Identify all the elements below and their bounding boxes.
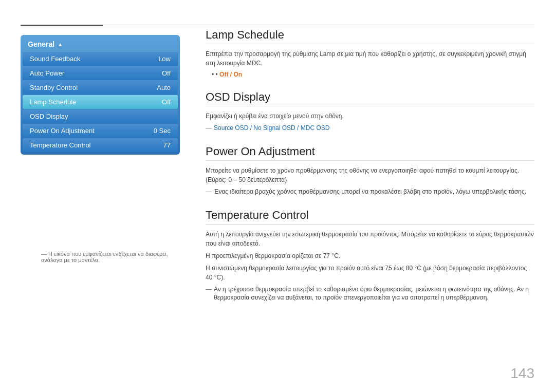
dash-item: —Source OSD / No Signal OSD / MDC OSD bbox=[206, 124, 534, 133]
menu-item[interactable]: Standby ControlAuto bbox=[23, 81, 178, 95]
menu-item-value: Auto bbox=[157, 84, 171, 91]
menu-item[interactable]: OSD Display bbox=[23, 109, 178, 123]
section-power-on-adjustment: Power On AdjustmentΜπορείτε να ρυθμίσετε… bbox=[206, 145, 534, 196]
menu-item-value: Low bbox=[158, 55, 171, 63]
menu-item-label: Lamp Schedule bbox=[30, 98, 76, 106]
menu-item[interactable]: Temperature Control77 bbox=[23, 138, 178, 152]
section-temperature-control: Temperature ControlΑυτή η λειτουργία ανι… bbox=[206, 209, 534, 303]
dash-symbol: — bbox=[206, 286, 212, 293]
menu-items-list: Sound FeedbackLowAuto PowerOffStandby Co… bbox=[21, 52, 180, 152]
section-paragraph: Η προεπιλεγμένη θερμοκρασία ορίζεται σε … bbox=[206, 251, 534, 260]
menu-item[interactable]: Sound FeedbackLow bbox=[23, 52, 178, 66]
section-paragraph: Επιτρέπει την προσαρμογή της ρύθμισης La… bbox=[206, 49, 534, 68]
menu-item-value: Off bbox=[162, 98, 171, 106]
menu-item-label: Auto Power bbox=[30, 69, 64, 77]
menu-item-label: Standby Control bbox=[30, 84, 78, 91]
section-paragraph: Αυτή η λειτουργία ανιχνεύει την εσωτερικ… bbox=[206, 230, 534, 248]
menu-header-label: General bbox=[28, 40, 54, 48]
menu-item-value: 77 bbox=[163, 141, 171, 149]
right-content: Lamp ScheduleΕπιτρέπει την προσαρμογή τη… bbox=[206, 28, 534, 314]
menu-item-value: Off bbox=[162, 69, 171, 77]
page-number: 143 bbox=[510, 365, 534, 382]
bullet-item: • Off / On bbox=[212, 71, 534, 78]
dash-text: Source OSD / No Signal OSD / MDC OSD bbox=[214, 124, 329, 133]
dash-text: Αν η τρέχουσα θερμοκρασία υπερβεί το καθ… bbox=[214, 285, 534, 303]
menu-item-label: OSD Display bbox=[30, 113, 68, 120]
menu-item-value: 0 Sec bbox=[154, 127, 171, 135]
section-paragraph: Η συνιστώμενη θερμοκρασία λειτουργίας γι… bbox=[206, 264, 534, 282]
section-lamp-schedule: Lamp ScheduleΕπιτρέπει την προσαρμογή τη… bbox=[206, 28, 534, 78]
section-osd-display: OSD DisplayΕμφανίζει ή κρύβει ένα στοιχε… bbox=[206, 90, 534, 133]
section-paragraph: Μπορείτε να ρυθμίσετε το χρόνο προθέρμαν… bbox=[206, 166, 534, 184]
dash-item: —Αν η τρέχουσα θερμοκρασία υπερβεί το κα… bbox=[206, 285, 534, 303]
top-accent bbox=[21, 25, 103, 26]
sections-container: Lamp ScheduleΕπιτρέπει την προσαρμογή τη… bbox=[206, 28, 534, 302]
menu-item[interactable]: Lamp ScheduleOff bbox=[23, 95, 178, 109]
menu-box: General ▲ Sound FeedbackLowAuto PowerOff… bbox=[21, 35, 180, 155]
left-menu-panel: General ▲ Sound FeedbackLowAuto PowerOff… bbox=[21, 35, 180, 155]
dash-text: Ένας ιδιαίτερα βραχύς χρόνος προθέρμανση… bbox=[214, 188, 526, 196]
menu-item-label: Temperature Control bbox=[30, 141, 91, 149]
section-paragraph: Εμφανίζει ή κρύβει ένα στοιχείο μενού στ… bbox=[206, 111, 534, 121]
footnote: — Η εικόνα που εμφανίζεται ενδέχεται να … bbox=[41, 251, 180, 263]
menu-item-label: Power On Adjustment bbox=[30, 127, 95, 135]
menu-header: General ▲ bbox=[21, 36, 180, 51]
menu-item[interactable]: Auto PowerOff bbox=[23, 66, 178, 80]
dash-symbol: — bbox=[206, 188, 212, 195]
section-title: OSD Display bbox=[206, 90, 534, 106]
section-title: Lamp Schedule bbox=[206, 28, 534, 44]
dash-symbol: — bbox=[206, 124, 212, 132]
section-title: Temperature Control bbox=[206, 209, 534, 225]
section-title: Power On Adjustment bbox=[206, 145, 534, 161]
menu-header-arrow: ▲ bbox=[58, 42, 63, 47]
menu-item[interactable]: Power On Adjustment0 Sec bbox=[23, 124, 178, 138]
menu-item-label: Sound Feedback bbox=[30, 55, 80, 63]
dash-item: —Ένας ιδιαίτερα βραχύς χρόνος προθέρμανσ… bbox=[206, 188, 534, 196]
